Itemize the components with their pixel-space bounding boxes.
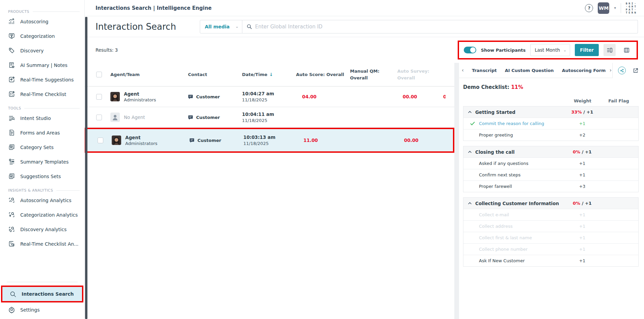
item-weight: +1 bbox=[566, 212, 598, 217]
sidebar-section-tools: TOOLS bbox=[0, 106, 84, 110]
sidebar-item-autoscoring-analytics[interactable]: Autoscoring Analytics bbox=[0, 193, 84, 207]
sidebar-item-discovery-analytics[interactable]: Discovery Analytics bbox=[0, 222, 84, 237]
sidebar-item-label: Discovery Analytics bbox=[20, 227, 66, 232]
chevron-right-icon[interactable]: › bbox=[605, 67, 612, 73]
section-score: 0% / +1 bbox=[566, 201, 598, 206]
list-detail-view-button[interactable] bbox=[603, 44, 616, 56]
checklist-item[interactable]: Collect e-mail +1 bbox=[463, 209, 638, 220]
agent-cell: Agent Administrators bbox=[112, 135, 189, 146]
checklist-item[interactable]: Proper farewell +3 bbox=[463, 180, 638, 192]
section-header-getting-started[interactable]: Getting Started 33% / +1 bbox=[463, 106, 638, 118]
row-checkbox[interactable] bbox=[96, 115, 102, 120]
columns-view-button[interactable] bbox=[620, 44, 633, 56]
checklist-item[interactable]: Collect address +1 bbox=[463, 220, 638, 232]
column-date-time[interactable]: Date/Time↓ bbox=[242, 71, 296, 78]
sidebar-item-label: Discovery bbox=[20, 48, 44, 53]
sidebar-item-settings[interactable]: Settings bbox=[0, 302, 84, 317]
show-participants-toggle[interactable] bbox=[464, 47, 476, 53]
checklist-item[interactable]: Proper greeting +2 bbox=[463, 129, 638, 141]
user-avatar[interactable]: WM bbox=[598, 2, 609, 14]
chevron-down-icon[interactable]: ▾ bbox=[614, 6, 616, 10]
row-checkbox[interactable] bbox=[98, 138, 103, 143]
divider bbox=[621, 3, 621, 13]
open-external-icon[interactable] bbox=[633, 68, 639, 74]
sidebar-item-label: Category Sets bbox=[20, 145, 54, 150]
sidebar-section-insights: INSIGHTS & ANALYTICS bbox=[0, 188, 84, 192]
section-header-collecting-customer-information[interactable]: Collecting Customer Information 0% / +1 bbox=[463, 198, 638, 209]
sidebar-item-forms-and-areas[interactable]: Forms and Areas bbox=[0, 125, 84, 140]
checklist-item[interactable]: Confirm next steps +1 bbox=[463, 169, 638, 180]
clipped-score-value: 0 bbox=[442, 94, 446, 99]
filter-button[interactable]: Filter bbox=[575, 44, 599, 56]
detail-panel: ‹ Transcript AI Custom Question Autoscor… bbox=[459, 63, 644, 319]
checklist-title: Demo Checklist: 11% bbox=[463, 84, 639, 90]
sidebar-footer: Interactions Search Settings bbox=[0, 277, 84, 319]
sidebar-section-products: PRODUCTS bbox=[0, 9, 84, 14]
column-agent-team[interactable]: Agent/Team bbox=[110, 71, 188, 78]
contact-cell: Customer bbox=[188, 115, 242, 120]
sidebar-item-autoscoring[interactable]: Autoscoring bbox=[0, 14, 84, 29]
column-manual-qm[interactable]: Manual QM: Overall bbox=[350, 68, 397, 81]
sidebar-item-real-time-checklist-analytics[interactable]: Real-Time Checklist An... bbox=[0, 237, 84, 251]
checklist-item[interactable]: Ask If New Customer +1 bbox=[463, 255, 638, 266]
sidebar-item-label: Real-Time Checklist An... bbox=[20, 241, 79, 247]
bars-magnifier-icon bbox=[8, 197, 15, 204]
contact-type: Customer bbox=[196, 115, 220, 120]
auto-survey-value: 00.00 bbox=[397, 94, 442, 99]
tab-ai-custom-question[interactable]: AI Custom Question bbox=[505, 68, 554, 73]
sidebar-item-real-time-suggestions[interactable]: Real-Time Suggestions bbox=[0, 72, 84, 87]
topbar-right: ? WM ▾ BRI· ·GHT PAT· TERN bbox=[585, 2, 637, 14]
checklist-score: 11% bbox=[511, 84, 523, 90]
interactions-table: Agent/Team Contact Date/Time↓ Auto Score… bbox=[85, 63, 454, 319]
gear-icon bbox=[8, 306, 15, 313]
agent-name: Agent bbox=[124, 91, 156, 97]
sidebar-item-suggestions-sets[interactable]: Suggestions Sets bbox=[0, 169, 84, 183]
sidebar-item-discovery[interactable]: Discovery bbox=[0, 43, 84, 58]
checklist-item[interactable]: Collect phone number +1 bbox=[463, 243, 638, 255]
checklist-item[interactable]: Asked if any questions +1 bbox=[463, 157, 638, 169]
tab-autoscoring-form[interactable]: Autoscoring Form bbox=[562, 68, 606, 73]
tab-transcript[interactable]: Transcript bbox=[472, 68, 497, 73]
column-contact[interactable]: Contact bbox=[188, 71, 242, 78]
table-row[interactable]: Agent Administrators Customer 10:04:27 a… bbox=[85, 87, 454, 107]
column-auto-survey[interactable]: Auto Survey: Overall bbox=[397, 68, 442, 81]
sidebar-item-summary-templates[interactable]: Summary Templates bbox=[0, 154, 84, 169]
vertical-scrollbar-thumb[interactable] bbox=[85, 17, 87, 319]
sidebar-item-label: Autoscoring Analytics bbox=[20, 198, 72, 203]
sidebar-item-categorization-analytics[interactable]: Categorization Analytics bbox=[0, 207, 84, 222]
weight-column-header: Weight bbox=[566, 98, 599, 103]
sidebar-item-real-time-checklist[interactable]: Real-Time Checklist bbox=[0, 87, 84, 101]
sidebar-item-categorization[interactable]: Categorization bbox=[0, 29, 84, 43]
sidebar-item-intent-studio[interactable]: Intent Studio bbox=[0, 111, 84, 125]
sidebar-item-ai-summary-notes[interactable]: AI Summary | Notes bbox=[0, 58, 84, 72]
media-filter-select[interactable]: All media ⌄ bbox=[200, 20, 242, 33]
table-row-selected[interactable]: Agent Administrators Customer 10:03:13 a… bbox=[85, 128, 454, 153]
table-scrollbar-track[interactable] bbox=[454, 63, 459, 319]
agent-avatar bbox=[110, 92, 120, 101]
section-header-closing-the-call[interactable]: Closing the call 0% / +1 bbox=[463, 146, 638, 157]
auto-score-value: 04.00 bbox=[296, 94, 350, 99]
chevron-left-icon[interactable]: ‹ bbox=[462, 67, 464, 73]
row-checkbox[interactable] bbox=[96, 94, 102, 100]
bar-chart-trend-icon bbox=[8, 18, 15, 25]
sidebar-item-category-sets[interactable]: Category Sets bbox=[0, 140, 84, 154]
global-interaction-id-input[interactable] bbox=[255, 24, 634, 30]
checklist-body: Demo Checklist: 11% Weight Fail Flag Get… bbox=[459, 78, 644, 272]
datetime-cell: 10:04:27 am 11/18/2025 bbox=[242, 91, 296, 102]
item-weight: +1 bbox=[566, 235, 598, 240]
chevron-up-icon bbox=[468, 202, 472, 204]
section-score: 33% / +1 bbox=[566, 109, 598, 115]
date-range-select[interactable]: Last Month ⌄ bbox=[530, 44, 570, 56]
column-auto-score[interactable]: Auto Score: Overall bbox=[296, 71, 350, 78]
sidebar-item-label: Summary Templates bbox=[20, 159, 69, 165]
checklist-item[interactable]: Commit the reason for calling +1 bbox=[463, 118, 638, 129]
item-weight: +1 bbox=[566, 224, 598, 229]
table-row[interactable]: No Agent Customer 10:04:11 am 11/18/2025 bbox=[85, 107, 454, 128]
share-button[interactable] bbox=[618, 67, 626, 74]
help-icon[interactable]: ? bbox=[585, 4, 593, 12]
sidebar-item-interactions-search[interactable]: Interactions Search bbox=[1, 286, 83, 302]
item-weight: +1 bbox=[566, 258, 598, 263]
sidebar-item-label: Intent Studio bbox=[20, 116, 51, 121]
select-all-checkbox[interactable] bbox=[96, 72, 102, 77]
checklist-item[interactable]: Collect first & last name +1 bbox=[463, 232, 638, 243]
